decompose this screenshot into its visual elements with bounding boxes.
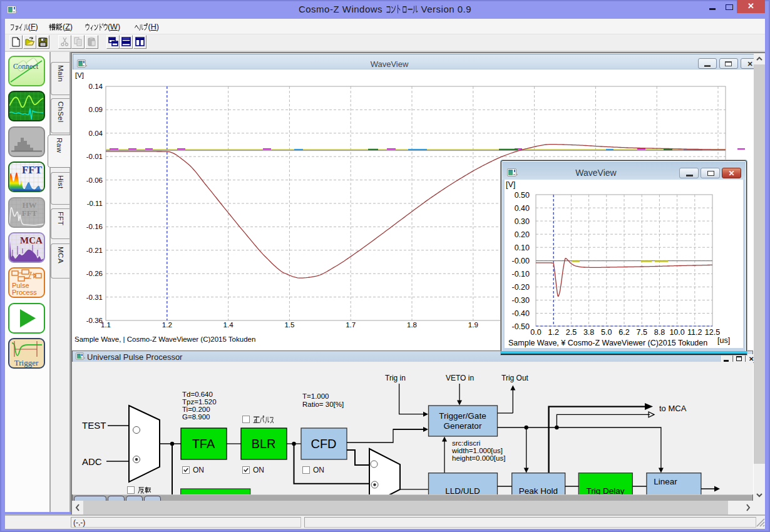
svg-text:FFT: FFT [22,164,43,176]
svg-text:3.8: 3.8 [583,328,594,337]
svg-text:LLD/ULD: LLD/ULD [445,486,480,494]
svg-text:[V]: [V] [75,71,84,79]
svg-text:1.2: 1.2 [162,321,172,329]
svg-text:TFA: TFA [192,437,215,451]
svg-text:Ti=0.200: Ti=0.200 [182,406,210,413]
svg-text:11.2: 11.2 [687,328,702,337]
svg-text:Trig Out: Trig Out [501,374,529,382]
svg-text:1.5: 1.5 [284,321,294,329]
svg-text:1.7: 1.7 [346,321,356,329]
svg-text:Td=0.640: Td=0.640 [182,391,213,398]
svg-text:Peak Hold: Peak Hold [519,486,558,494]
svg-text:0.04: 0.04 [89,130,103,137]
svg-text:Generator: Generator [444,421,482,431]
svg-text:-0.31: -0.31 [86,294,103,301]
svg-text:-0.30: -0.30 [512,296,530,305]
svg-text:Connect: Connect [13,62,39,71]
svg-text:-0.26: -0.26 [86,270,103,277]
svg-text:-0.11: -0.11 [87,200,103,207]
svg-text:Trigger/Gate: Trigger/Gate [439,411,486,421]
svg-text:1.2: 1.2 [548,328,559,337]
svg-text:Trig Delay: Trig Delay [586,486,624,494]
svg-text:1.8: 1.8 [407,321,417,329]
svg-text:0.50: 0.50 [515,191,530,200]
svg-text:Tpz=1.520: Tpz=1.520 [182,398,217,406]
svg-text:to MCA: to MCA [659,404,687,413]
svg-text:G=8.900: G=8.900 [182,413,210,421]
svg-text:-0.50: -0.50 [512,322,530,331]
svg-text:MCA: MCA [20,235,43,245]
svg-text:-0.01: -0.01 [86,153,103,160]
svg-text:0.30: 0.30 [515,217,530,226]
svg-text:-0.20: -0.20 [512,283,530,292]
svg-text:CFD: CFD [311,437,336,451]
svg-text:-0.10: -0.10 [512,270,530,279]
svg-text:BLR: BLR [252,437,276,451]
svg-text:VETO in: VETO in [446,374,474,382]
svg-text:-0.06: -0.06 [86,176,103,184]
svg-text:-0.00: -0.00 [512,257,530,265]
svg-text:1.9: 1.9 [468,321,478,329]
svg-text:T=1.000: T=1.000 [302,392,329,400]
svg-text:8.8: 8.8 [654,328,665,337]
svg-text:width=1.000[us]: width=1.000[us] [451,447,503,454]
svg-text:Sample Wave, ¥ Cosmo-Z WaveVie: Sample Wave, ¥ Cosmo-Z WaveViewer (C)201… [508,339,707,347]
svg-text:2.5: 2.5 [566,328,577,337]
svg-text:0.0: 0.0 [530,328,541,337]
svg-text:ADC: ADC [82,456,102,467]
svg-text:6.2: 6.2 [619,328,629,337]
svg-text:src:discri: src:discri [452,439,480,447]
svg-text:[V]: [V] [506,180,515,189]
svg-text:Linear: Linear [654,477,677,486]
svg-text:-0.16: -0.16 [86,223,103,230]
svg-text:Ratio= 30[%]: Ratio= 30[%] [302,401,344,408]
svg-text:FFT: FFT [22,208,38,218]
svg-text:Sample Wave, | Cosmo-Z WaveVie: Sample Wave, | Cosmo-Z WaveViewer (C)201… [74,335,255,343]
svg-text:-0.21: -0.21 [86,247,103,254]
svg-text:Trigger: Trigger [14,358,39,367]
svg-text:0.09: 0.09 [89,106,103,113]
svg-text:0.10: 0.10 [515,243,530,252]
svg-text:Trig in: Trig in [385,374,406,382]
svg-text:0.40: 0.40 [515,204,530,213]
svg-text:0.20: 0.20 [515,230,530,239]
svg-text:TEST: TEST [82,420,106,431]
svg-text:12.5: 12.5 [705,328,720,337]
svg-text:0.14: 0.14 [89,83,103,90]
svg-text:10.0: 10.0 [669,328,684,337]
svg-text:5.0: 5.0 [601,328,612,337]
svg-text:7.5: 7.5 [637,328,647,337]
svg-text:1.1: 1.1 [101,321,111,329]
svg-text:-0.40: -0.40 [512,309,530,318]
svg-text:Process: Process [12,289,37,296]
svg-text:[us]: [us] [717,336,730,345]
svg-text:height=0.000[us]: height=0.000[us] [452,454,505,462]
svg-text:1.4: 1.4 [223,321,234,329]
